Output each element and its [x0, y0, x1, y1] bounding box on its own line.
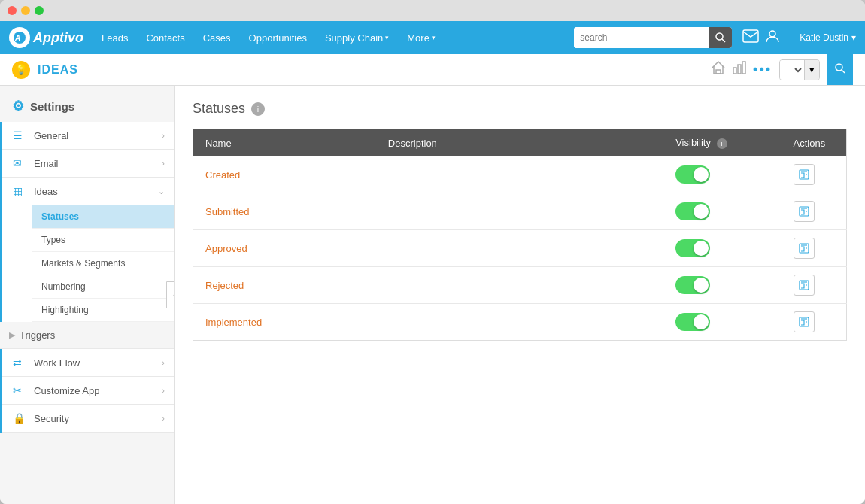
visibility-toggle[interactable] [675, 239, 710, 257]
app-logo: A Apptivo [9, 27, 83, 48]
content-title: Statuses i [193, 101, 847, 117]
security-icon: 🔒 [13, 412, 28, 424]
sub-search-wrap: ▾ [779, 59, 820, 80]
sub-search-select[interactable] [780, 60, 804, 80]
nav-mail-icon[interactable] [742, 29, 759, 46]
triggers-label: Triggers [20, 329, 55, 341]
sidebar-item-ideas[interactable]: ▦ Ideas ⌄ [2, 178, 174, 205]
general-label: General [34, 130, 162, 141]
svg-rect-9 [742, 62, 745, 74]
edit-action-button[interactable] [794, 275, 815, 296]
ideas-sub-menu: Statuses Types Markets & Segments Number… [2, 205, 174, 322]
status-name-cell: Created [193, 156, 376, 193]
col-header-name: Name [193, 129, 376, 157]
settings-header: ⚙ Settings [0, 86, 174, 122]
sub-item-statuses[interactable]: Statuses [32, 205, 174, 229]
user-menu[interactable]: — Katie Dustin ▾ [788, 32, 856, 43]
edit-action-button[interactable] [794, 238, 815, 259]
sidebar: ⚙ Settings ☰ General › ✉ Email › ▦ [0, 86, 175, 504]
chart-icon[interactable] [732, 60, 747, 79]
minimize-dot[interactable] [21, 6, 30, 15]
status-visibility-cell [663, 304, 781, 341]
user-arrow: ▾ [851, 32, 856, 43]
status-name-cell: Approved [193, 230, 376, 267]
top-search-button[interactable] [709, 27, 732, 48]
sub-item-markets[interactable]: Markets & Segments [32, 252, 174, 275]
email-arrow: › [162, 159, 165, 168]
sidebar-item-email[interactable]: ✉ Email › [2, 150, 174, 178]
home-icon[interactable] [711, 60, 726, 79]
svg-point-10 [836, 64, 842, 71]
sidebar-item-workflow[interactable]: ⇄ Work Flow › [2, 349, 174, 377]
visibility-toggle[interactable] [675, 202, 710, 220]
visibility-toggle[interactable] [675, 313, 710, 331]
email-icon: ✉ [13, 157, 28, 169]
main-content: Statuses i Name Description Visibility i… [175, 86, 865, 504]
visibility-info-icon[interactable]: i [717, 138, 727, 149]
top-search-input[interactable] [574, 27, 709, 48]
edit-action-button[interactable] [794, 201, 815, 222]
workflow-icon: ⇄ [13, 357, 28, 369]
svg-rect-8 [738, 65, 741, 74]
nav-leads[interactable]: Leads [94, 28, 135, 48]
supply-chain-arrow: ▾ [385, 34, 389, 41]
nav-user-icon[interactable] [765, 29, 780, 47]
col-header-actions: Actions [782, 129, 847, 157]
page-title: Statuses [193, 101, 245, 117]
edit-action-button[interactable] [794, 164, 815, 185]
status-visibility-cell [663, 193, 781, 230]
security-arrow: › [162, 414, 165, 423]
svg-line-11 [842, 70, 845, 73]
user-name: Katie Dustin [800, 32, 848, 43]
workflow-arrow: › [162, 358, 165, 367]
sidebar-collapse-button[interactable]: ‹ [166, 281, 175, 308]
status-actions-cell [782, 156, 847, 193]
nav-supply-chain[interactable]: Supply Chain ▾ [317, 28, 396, 48]
svg-rect-7 [733, 68, 736, 74]
sub-item-numbering[interactable]: Numbering [32, 275, 174, 299]
customize-icon: ✂ [13, 384, 28, 396]
status-desc-cell [376, 156, 663, 193]
general-icon: ☰ [13, 129, 28, 141]
nav-more[interactable]: More ▾ [399, 28, 443, 48]
svg-point-2 [716, 33, 723, 40]
sub-item-types[interactable]: Types [32, 229, 174, 252]
settings-label: Settings [30, 100, 74, 113]
status-actions-cell [782, 230, 847, 267]
window-titlebar [0, 0, 865, 21]
sidebar-item-general[interactable]: ☰ General › [2, 122, 174, 150]
svg-point-5 [769, 31, 775, 37]
nav-opportunities[interactable]: Opportunities [241, 28, 314, 48]
general-arrow: › [162, 131, 165, 140]
close-dot[interactable] [8, 6, 17, 15]
visibility-toggle[interactable] [675, 276, 710, 294]
status-actions-cell [782, 267, 847, 304]
sidebar-other-sections: ⇄ Work Flow › ✂ Customize App › 🔒 Securi… [0, 349, 174, 433]
info-icon[interactable]: i [251, 102, 265, 116]
user-dash: — [788, 32, 797, 43]
nav-contacts[interactable]: Contacts [138, 28, 192, 48]
edit-action-button[interactable] [794, 311, 815, 332]
sub-search-go-button[interactable] [827, 54, 853, 85]
maximize-dot[interactable] [35, 6, 44, 15]
top-navigation: A Apptivo Leads Contacts Cases Opportuni… [0, 21, 865, 54]
ideas-icon: 💡 [12, 61, 30, 79]
status-visibility-cell [663, 267, 781, 304]
status-visibility-cell [663, 156, 781, 193]
visibility-toggle[interactable] [675, 165, 710, 184]
status-visibility-cell [663, 230, 781, 267]
ideas-section-label: Ideas [34, 186, 158, 197]
sub-item-highlighting[interactable]: Highlighting [32, 299, 174, 322]
table-header-row: Name Description Visibility i Actions [193, 129, 847, 157]
status-table: Name Description Visibility i Actions Cr… [193, 129, 847, 341]
sidebar-item-customize[interactable]: ✂ Customize App › [2, 377, 174, 405]
nav-cases[interactable]: Cases [196, 28, 238, 48]
sidebar-item-security[interactable]: 🔒 Security › [2, 405, 174, 433]
status-name-cell: Submitted [193, 193, 376, 230]
sidebar-triggers[interactable]: ▶ Triggers [0, 322, 174, 349]
col-header-description: Description [376, 129, 663, 157]
sub-search-dropdown-arrow[interactable]: ▾ [804, 60, 819, 80]
security-label: Security [34, 413, 162, 424]
table-row: Implemented [193, 304, 847, 341]
dots-icon[interactable]: ••• [753, 62, 772, 77]
